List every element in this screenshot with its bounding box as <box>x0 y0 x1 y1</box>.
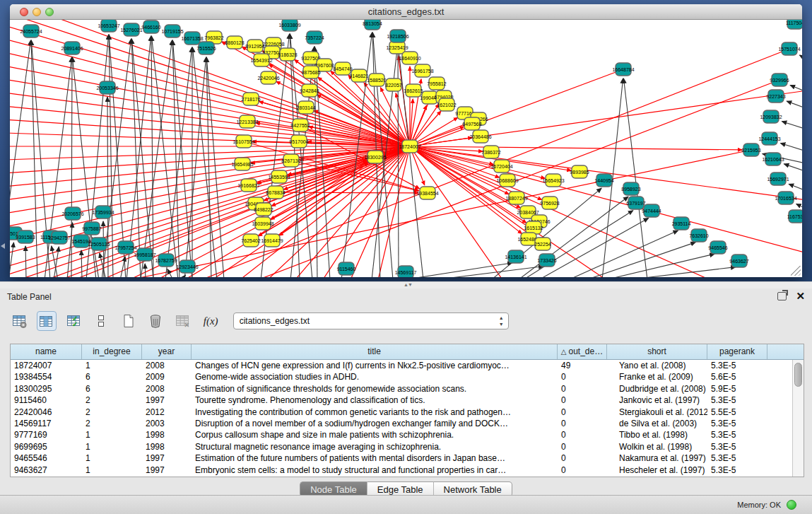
graph-node[interactable]: 10719155 <box>161 25 183 37</box>
graph-node[interactable]: 6379197 <box>626 197 645 209</box>
graph-node[interactable]: 8186328 <box>278 48 297 61</box>
graph-node[interactable]: 16039948 <box>252 217 273 230</box>
graph-node[interactable]: 7357224 <box>305 31 324 44</box>
graph-node[interactable]: 16782759 <box>155 254 177 267</box>
graph-node[interactable]: 8860128 <box>225 36 244 49</box>
graph-node[interactable]: 2803144 <box>296 101 315 114</box>
panel-splitter[interactable]: ▲▼ <box>0 281 812 288</box>
column-header-year[interactable]: year <box>142 344 192 359</box>
graph-node[interactable]: 15654923 <box>542 174 564 187</box>
graph-node[interactable]: 14553594 <box>268 170 290 183</box>
graph-node[interactable]: 16210643 <box>762 153 784 165</box>
graph-node[interactable]: 1440954 <box>594 174 613 187</box>
graph-node[interactable]: 8498222 <box>254 203 273 216</box>
table-row[interactable]: 2242004622012Investigating the contribut… <box>11 407 792 418</box>
row-selection-icon[interactable]: ✓✓ <box>64 311 84 331</box>
graph-node[interactable]: 18807249 <box>505 192 527 204</box>
table-options-icon[interactable] <box>10 311 30 331</box>
graph-node[interactable]: 8427552 <box>290 119 310 132</box>
left-panel-collapse-arrow-icon[interactable] <box>1 243 5 249</box>
graph-node[interactable]: 8813054 <box>363 20 382 30</box>
graph-node[interactable]: 7515526 <box>196 42 216 54</box>
graph-node[interactable]: 20364486 <box>469 130 491 143</box>
graph-node[interactable]: 16033809 <box>278 20 300 31</box>
graph-node[interactable]: 9329966 <box>770 74 789 86</box>
column-header-out_de[interactable]: △out_de… <box>558 344 607 359</box>
table-row[interactable]: 969969511998Structural magnetic resonanc… <box>11 441 792 452</box>
table-mode-icon[interactable] <box>91 311 111 331</box>
splitter-handle-icon[interactable]: ▲▼ <box>404 282 412 287</box>
graph-node[interactable]: 252254 <box>534 238 551 250</box>
graph-node[interactable]: 16961758 <box>411 64 433 77</box>
graph-node[interactable]: 9893985 <box>570 165 589 178</box>
graph-node[interactable]: 8215953 <box>741 144 760 156</box>
column-header-title[interactable]: title <box>192 344 558 359</box>
graph-node[interactable]: 16543912 <box>250 54 272 66</box>
float-panel-icon[interactable] <box>777 292 787 300</box>
graph-node[interactable]: 18640910 <box>399 52 420 64</box>
graph-node[interactable]: 9465546 <box>708 241 727 254</box>
graph-node[interactable]: 1117504 <box>786 20 802 29</box>
graph-node[interactable]: 19384554 <box>416 187 438 199</box>
graph-node[interactable]: 1733426 <box>537 254 556 267</box>
graph-node[interactable]: 16720404 <box>490 160 512 173</box>
graph-node[interactable]: 1621022 <box>437 98 456 111</box>
table-row[interactable]: 911546021997Tourette syndrome. Phenomeno… <box>11 395 792 406</box>
graph-node[interactable]: 18724007 <box>399 140 420 153</box>
graph-node[interactable]: 19166827 <box>237 179 259 192</box>
graph-node[interactable]: 17359934 <box>92 206 114 218</box>
graph-node[interactable]: 2935114 <box>672 217 691 230</box>
table-row[interactable]: 977716911998Corpus callosum shape and si… <box>11 429 792 440</box>
graph-node[interactable]: 12093832 <box>760 110 782 123</box>
graph-node[interactable]: 20891406 <box>61 42 83 54</box>
graph-node[interactable]: 10688609 <box>496 174 518 187</box>
graph-node[interactable]: 12505135 <box>88 238 110 250</box>
memory-status-indicator-icon[interactable] <box>787 500 796 510</box>
graph-node[interactable]: 9227343 <box>766 90 785 103</box>
graph-node[interactable]: 18300295 <box>364 151 386 163</box>
graph-node[interactable]: 14136141 <box>505 250 526 263</box>
column-header-pagerank[interactable]: pagerank <box>707 344 767 359</box>
graph-node[interactable]: 8267130 <box>281 154 300 167</box>
graph-node[interactable]: 822057 <box>385 78 401 91</box>
graph-node[interactable]: 2718176 <box>241 93 260 105</box>
graph-node[interactable]: 9115460 <box>337 262 356 275</box>
graph-node[interactable]: 12213384 <box>236 115 258 128</box>
graph-node[interactable]: 15692971 <box>767 173 789 185</box>
graph-node[interactable]: 12444153 <box>758 132 780 145</box>
graph-node[interactable]: 9975887 <box>82 222 101 235</box>
graph-node[interactable]: 15276021 <box>120 23 142 36</box>
graph-node[interactable]: 20053346 <box>96 81 118 94</box>
graph-node[interactable]: 16107554 <box>233 135 254 148</box>
table-row[interactable]: 946362711997Embryonic stem cells: a mode… <box>11 465 792 476</box>
function-builder-icon[interactable]: f(x) <box>200 311 221 331</box>
graph-node[interactable]: 15751074 <box>778 42 800 55</box>
graph-node[interactable]: 19218506 <box>387 30 408 42</box>
column-header-short[interactable]: short <box>607 344 707 359</box>
graph-node[interactable]: 9517004 <box>289 135 308 148</box>
table-row[interactable]: 1830029562008Estimation of significance … <box>11 383 792 395</box>
graph-node[interactable]: 9146821 <box>349 69 368 82</box>
graph-node[interactable]: 17016534 <box>775 192 796 204</box>
graph-node[interactable]: 20206576 <box>61 207 83 220</box>
delete-column-icon[interactable] <box>146 311 165 331</box>
graph-node[interactable]: 10653247 <box>98 20 119 32</box>
graph-node[interactable]: 24055724 <box>20 25 42 37</box>
graph-node[interactable]: 9463627 <box>729 255 748 267</box>
graph-node[interactable]: 14569117 <box>395 266 417 277</box>
graph-node[interactable]: 7632610 <box>689 229 708 242</box>
table-row[interactable]: 1938455462009Genome-wide association stu… <box>11 371 792 382</box>
network-graph-canvas[interactable]: 1872400718300295796382288601288912954222… <box>10 20 802 277</box>
column-header-name[interactable]: name <box>11 344 82 359</box>
dropdown-stepper-icon[interactable]: ▲▼ <box>499 315 504 327</box>
graph-node[interactable]: 9756928 <box>540 197 559 209</box>
graph-node[interactable]: 16648784 <box>612 63 634 76</box>
create-column-icon[interactable] <box>119 311 139 331</box>
column-header-in_degree[interactable]: in_degree <box>82 344 142 359</box>
graph-node[interactable]: 1588520 <box>367 74 386 86</box>
table-row[interactable]: 1872400712008Changes of HCN gene express… <box>11 360 792 371</box>
graph-node[interactable]: 12923446 <box>176 260 198 273</box>
graph-node[interactable]: 9466160 <box>141 21 160 33</box>
graph-node[interactable]: 16914479 <box>261 234 283 247</box>
window-titlebar[interactable]: citations_edges.txt <box>10 4 802 20</box>
